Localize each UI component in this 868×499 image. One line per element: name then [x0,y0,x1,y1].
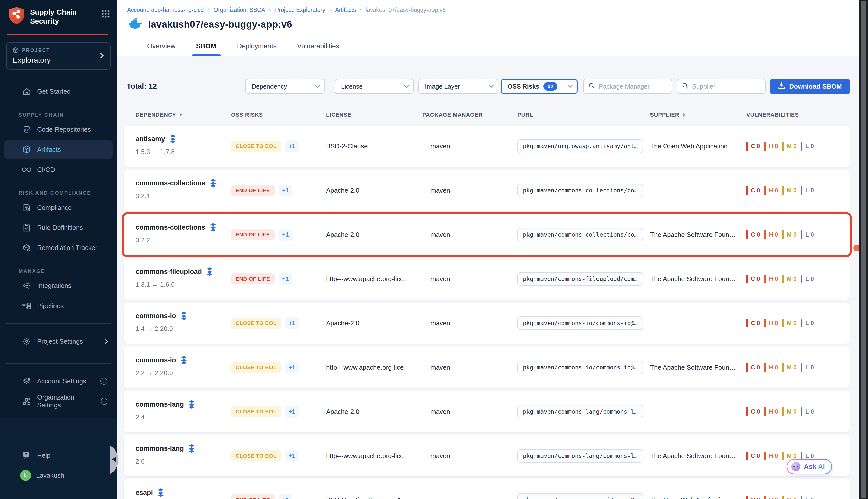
purl-pill[interactable]: pkg:maven/org.owasp.esapi/esapi@… [517,493,643,499]
more-risks-badge[interactable]: +1 [285,362,299,373]
table-row-commons-lang-24[interactable]: commons-lang 2.4 CLOSE TO EOL+1 Apache-2… [124,391,850,432]
purl-pill[interactable]: pkg:maven/commons-io/commons-io@… [517,316,643,330]
table-row-commons-lang-26[interactable]: commons-lang 2.6 CLOSE TO EOL+1 http---w… [124,435,850,476]
package-manager-cell: maven [431,347,450,388]
purl-pill[interactable]: pkg:maven/commons-io/commons-io@… [517,361,643,374]
column-header-dependency[interactable]: DEPENDENCY▼ [136,112,183,118]
help-chat-icon: ? [22,451,31,459]
section-label-manage: MANAGE [18,268,116,274]
license-filter-dropdown[interactable]: License [335,79,414,94]
purl-pill[interactable]: pkg:maven/org.owasp.antisamy/ant… [517,139,643,153]
sidebar-item-integrations[interactable]: Integrations [4,276,112,295]
medium-count: M0 [782,186,797,195]
project-selector[interactable]: PROJECT Exploratory [6,42,111,70]
rule-definitions-clipboard-icon [22,223,31,232]
table-row-commons-fileupload[interactable]: commons-fileupload 1.3.1 → 1.6.0 END OF … [124,258,850,300]
sidebar-item-remediation-tracker[interactable]: Remediation Tracker [4,238,112,257]
table-row-commons-collections-321[interactable]: commons-collections 3.2.1 END OF LIFE+1 … [124,170,850,211]
tab-vulnerabilities[interactable]: Vulnerabilities [296,38,340,56]
vertical-scrollbar[interactable] [859,0,868,499]
version: 3.2.2 [136,237,217,244]
breadcrumb-project[interactable]: Project: Exploratory [275,7,325,13]
svg-text:?: ? [25,452,27,456]
license-cell: BSD-2-Clause [326,126,368,167]
more-risks-badge[interactable]: +1 [285,406,299,417]
purl-pill[interactable]: pkg:maven/commons-fileupload/com… [517,272,643,286]
sidebar-item-account-settings[interactable]: Account Settings i [4,372,112,391]
info-icon[interactable]: i [101,398,108,405]
breadcrumb-organization[interactable]: Organization: SSCA [213,7,265,13]
sort-icon: ▲▼ [682,112,685,117]
breadcrumb-account[interactable]: Account: app-harness-ng-cicd [127,7,204,13]
table-row-commons-io-22[interactable]: commons-io 2.2 → 2.20.0 CLOSE TO EOL+1 h… [124,347,850,388]
sidebar-bottom: ? Help L Lavakush [0,417,116,499]
sidebar-item-pipelines[interactable]: Pipelines [4,296,112,315]
more-risks-badge[interactable]: +1 [285,450,299,462]
tab-sbom[interactable]: SBOM [195,38,218,56]
supplier-search-input[interactable] [692,83,760,90]
tab-overview[interactable]: Overview [146,38,176,56]
sidebar-item-organization-settings[interactable]: Organization Settings i [4,392,112,411]
oss-risks-filter-dropdown[interactable]: OSS Risks 02 [501,79,578,94]
download-icon [778,82,785,91]
more-risks-badge[interactable]: +1 [278,229,292,241]
oss-risk-badge: CLOSE TO EOL [231,318,281,329]
version-range: 1.5.3 → 1.7.8 [136,148,176,156]
sidebar-item-rule-definitions[interactable]: Rule Definitions [4,218,112,237]
column-header-supplier[interactable]: SUPPLIER▲▼ [650,112,685,118]
sidebar-item-help[interactable]: ? Help [4,446,112,465]
supplier-cell: The Apache Software Foun… [650,435,736,476]
purl-pill[interactable]: pkg:maven/commons-collections/co… [517,184,643,197]
sidebar-item-get-started[interactable]: Get Started [4,82,112,101]
module-grid-icon[interactable] [101,10,110,17]
supplier-cell: The Apache Software Foun… [650,214,736,255]
home-icon [22,87,31,96]
table-row-esapi[interactable]: esapi END OF LIFE+1 BSD-Creative-Common-… [124,479,850,499]
high-count: H0 [764,319,778,327]
organization-gear-icon [22,397,31,405]
table-row-commons-collections-322-highlighted[interactable]: commons-collections 3.2.2 END OF LIFE+1 … [124,214,850,255]
more-risks-badge[interactable]: +1 [278,494,292,499]
chevron-down-icon [568,83,573,88]
purl-pill[interactable]: pkg:maven/commons-lang/commons-l… [517,405,643,418]
sort-desc-icon: ▼ [179,113,183,117]
vulnerability-counts: C0 H0 M0 L0 [746,391,818,432]
sidebar-item-cicd[interactable]: CI/CD [4,160,112,179]
user-menu[interactable]: L Lavakush [4,466,112,485]
purl-pill[interactable]: pkg:maven/commons-collections/co… [517,228,643,242]
more-risks-badge[interactable]: +1 [278,273,292,285]
medium-count: M0 [782,275,797,283]
scrollbar-thumb[interactable] [861,1,867,498]
download-sbom-button[interactable]: Download SBOM [770,79,851,94]
sidebar-item-compliance[interactable]: Compliance [4,198,112,217]
low-count: L0 [801,407,814,416]
critical-count: C0 [746,230,760,239]
breadcrumb-separator: › [329,7,331,13]
critical-count: C0 [746,142,760,150]
more-risks-badge[interactable]: +1 [278,185,292,196]
oss-risk-badge: END OF LIFE [231,495,274,499]
more-risks-badge[interactable]: +1 [285,141,299,152]
sidebar-item-artifacts[interactable]: Artifacts [4,140,112,159]
medium-count: M0 [782,363,797,372]
tab-deployments[interactable]: Deployments [236,38,278,56]
page-title: lavakush07/easy-buggy-app:v6 [148,19,292,30]
dependency-filter-dropdown[interactable]: Dependency [245,79,325,94]
sidebar-item-code-repositories[interactable]: Code Repositories [4,120,112,139]
sbom-table: antisamy 1.5.3 → 1.7.8 CLOSE TO EOL+1 BS… [124,126,850,499]
package-manager-search-input[interactable] [599,83,667,90]
app-window: Supply Chain Security PROJECT Explorator… [0,0,868,499]
table-row-commons-io-14[interactable]: commons-io 1.4 → 2.20.0 CLOSE TO EOL+1 A… [124,303,850,344]
image-layer-filter-dropdown[interactable]: Image Layer [419,79,498,94]
purl-pill[interactable]: pkg:maven/commons-lang/commons-l… [517,449,643,463]
more-risks-badge[interactable]: +1 [285,317,299,329]
ask-ai-button[interactable]: Ask AI [786,459,832,474]
table-row-antisamy[interactable]: antisamy 1.5.3 → 1.7.8 CLOSE TO EOL+1 BS… [124,126,850,167]
project-name: Exploratory [13,56,104,64]
vulnerability-counts: C0 H0 M0 L0 [746,303,818,344]
info-icon[interactable]: i [100,378,108,385]
sidebar-item-project-settings[interactable]: Project Settings [4,332,112,351]
supplier-cell: The Apache Software Foun… [650,347,736,388]
breadcrumb-artifacts[interactable]: Artifacts [335,7,356,13]
high-count: H0 [764,407,778,416]
